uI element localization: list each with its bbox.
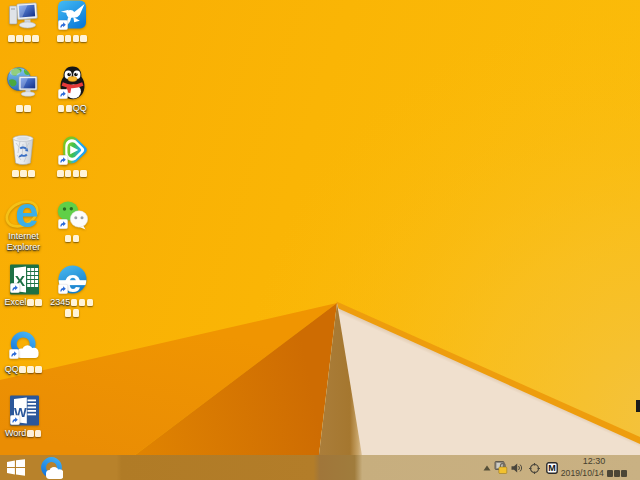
svg-text:e: e: [15, 197, 38, 235]
